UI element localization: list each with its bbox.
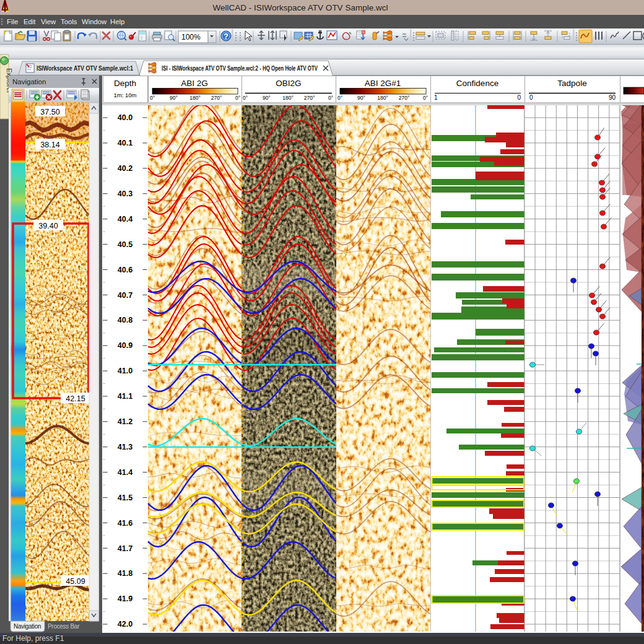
svg-text:40.5: 40.5 (118, 240, 133, 249)
svg-text:0°: 0° (150, 95, 155, 101)
svg-text:0: 0 (517, 94, 521, 101)
svg-text:180°: 180° (282, 95, 294, 101)
svg-text:42.0: 42.0 (118, 620, 133, 629)
svg-text:0°: 0° (243, 95, 248, 101)
svg-text:40.1: 40.1 (118, 139, 133, 147)
svg-text:40.7: 40.7 (118, 291, 133, 300)
svg-text:Help: Help (110, 18, 124, 25)
svg-text:40.4: 40.4 (118, 215, 133, 224)
svg-text:180°: 180° (189, 95, 201, 101)
svg-text:OBI2G: OBI2G (276, 79, 301, 88)
svg-text:0°: 0° (328, 95, 333, 101)
svg-text:ABI 2G: ABI 2G (181, 79, 208, 88)
svg-text:41.6: 41.6 (118, 519, 133, 528)
svg-text:0°: 0° (337, 95, 342, 101)
svg-text:ABI 2G#1: ABI 2G#1 (365, 79, 401, 88)
svg-text:90°: 90° (170, 95, 178, 101)
svg-text:40.8: 40.8 (118, 316, 133, 324)
svg-text:Confidence: Confidence (456, 79, 498, 88)
svg-text:1: 1 (434, 94, 438, 101)
svg-text:37.50: 37.50 (40, 108, 59, 116)
svg-text:40.6: 40.6 (118, 266, 133, 274)
svg-text:270°: 270° (399, 95, 410, 101)
svg-text:0: 0 (529, 94, 533, 101)
svg-text:ISI - ISIWorkspace ATV OTV Sam: ISI - ISIWorkspace ATV OTV Sample.wcl:2 … (162, 65, 318, 72)
svg-text:100%: 100% (181, 33, 201, 41)
svg-text:0°: 0° (235, 95, 240, 101)
svg-text:38.14: 38.14 (40, 141, 59, 149)
svg-text:41.3: 41.3 (118, 443, 133, 451)
svg-text:41.4: 41.4 (118, 468, 133, 477)
svg-text:180°: 180° (377, 95, 388, 101)
svg-text:Tadpole: Tadpole (557, 79, 586, 88)
svg-text:ISIWorkspace ATV OTV Sample.wc: ISIWorkspace ATV OTV Sample.wcl:1 (37, 65, 133, 72)
svg-text:90°: 90° (263, 95, 271, 101)
svg-text:Window: Window (82, 18, 107, 25)
svg-text:?: ? (224, 32, 228, 41)
svg-text:41.7: 41.7 (118, 544, 133, 553)
svg-text:41.5: 41.5 (118, 494, 133, 502)
svg-text:270°: 270° (304, 95, 315, 101)
svg-text:40.2: 40.2 (118, 164, 133, 173)
svg-text:1m: 10m: 1m: 10m (114, 92, 137, 98)
svg-text:File: File (7, 18, 18, 25)
svg-text:WellCAD - ISIWorkspace ATV OTV: WellCAD - ISIWorkspace ATV OTV Sample.wc… (213, 3, 388, 12)
svg-text:42.15: 42.15 (66, 394, 85, 403)
svg-text:View: View (41, 18, 56, 25)
svg-text:41.0: 41.0 (118, 367, 133, 375)
svg-text:Depth: Depth (114, 79, 136, 88)
svg-text:40.9: 40.9 (118, 341, 133, 350)
svg-text:90°: 90° (357, 95, 365, 101)
svg-text:Navigation: Navigation (12, 78, 46, 85)
svg-text:41.9: 41.9 (118, 594, 133, 603)
svg-text:Tools: Tools (61, 18, 77, 25)
svg-text:40.0: 40.0 (118, 113, 133, 122)
svg-text:0°: 0° (423, 95, 428, 101)
svg-text:N: N (362, 30, 365, 34)
svg-text:45.09: 45.09 (66, 577, 85, 586)
svg-text:41.2: 41.2 (118, 417, 133, 426)
svg-text:For Help, press F1: For Help, press F1 (2, 634, 64, 643)
svg-text:Edit: Edit (24, 18, 36, 25)
svg-text:41.8: 41.8 (118, 569, 133, 578)
svg-text:Navigation: Navigation (14, 623, 41, 630)
svg-text:90: 90 (609, 94, 616, 101)
svg-text:270°: 270° (211, 95, 222, 101)
svg-text:39.40: 39.40 (38, 222, 58, 230)
svg-text:Process Bar: Process Bar (48, 623, 80, 630)
svg-text:40.3: 40.3 (118, 189, 133, 198)
svg-text:41.1: 41.1 (118, 392, 133, 401)
